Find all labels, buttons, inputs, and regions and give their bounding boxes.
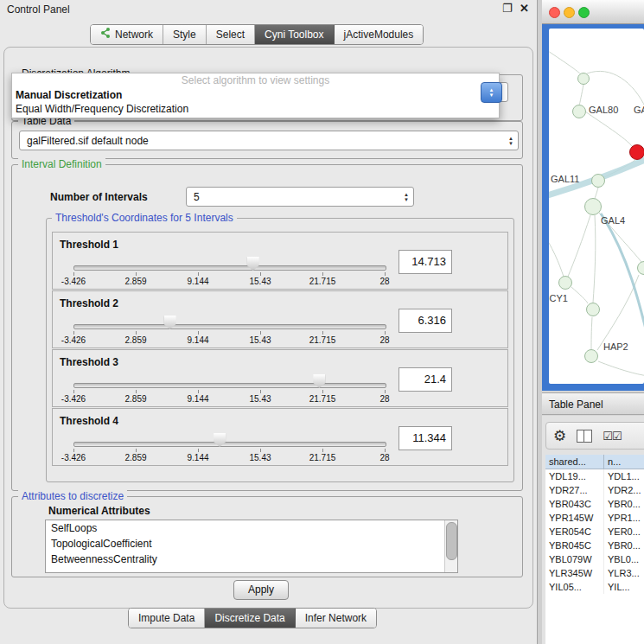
dock-icon[interactable]: ❐ [502,3,513,15]
cell-shared-name: YDR27... [545,483,604,497]
scale-label: 21.715 [302,453,343,462]
table-row[interactable]: YER054CYER0... [545,525,644,539]
slider-track[interactable] [73,324,386,329]
column-header-name[interactable]: n... [604,455,644,469]
scale-label: 9.144 [177,335,219,345]
tab-cyni-toolbox[interactable]: Cyni Toolbox [255,25,334,44]
slider-tick [73,272,74,276]
slider-track[interactable] [73,265,386,271]
node-label: GAL4 [601,215,625,226]
scale-label: -3.426 [53,277,94,286]
columns-icon[interactable] [577,430,592,443]
threshold-row: Threshold 2-3.4262.8599.14415.4321.71528… [52,290,508,348]
scale-label: 2.859 [115,394,156,404]
table-row[interactable]: YBR043CYBR0... [545,497,644,511]
network-node[interactable] [591,174,605,188]
slider-tick [260,390,261,393]
tab-impute-data[interactable]: Impute Data [129,609,205,628]
threshold-label: Threshold 2 [60,297,118,309]
slider-tick [260,272,261,276]
network-node[interactable] [586,303,600,316]
close-icon[interactable]: ✕ [520,3,529,15]
table-rows: YDL19...YDL1...YDR27...YDR2...YBR043CYBR… [545,469,644,594]
spinner-icon: ▲ ▼ [404,192,409,202]
scale-label: 28 [364,277,405,286]
list-item[interactable]: BetweennessCentrality [46,552,457,567]
popup-item-list: Manual DiscretizationEqual Width/Frequen… [12,88,499,116]
threshold-value[interactable]: 14.713 [399,250,452,274]
table-data-combo[interactable]: galFiltered.sif default node ▲ ▼ [19,131,519,150]
network-node[interactable] [577,73,590,85]
window-title: Control Panel [7,3,70,16]
threshold-value[interactable]: 11.344 [399,426,452,450]
tab-label: Discretize Data [214,609,284,628]
table-row[interactable]: YDR27...YDR2... [545,483,644,497]
select-columns-icon[interactable]: ☑☑ [603,430,621,442]
network-node[interactable] [558,276,572,290]
thresholds-group-label: Threshold's Coordinates for 5 Intervals [52,212,237,224]
popup-item[interactable]: Manual Discretization [12,88,499,102]
slider-tick [322,272,323,276]
combo-dropdown-button[interactable]: ▲ ▼ [481,82,502,103]
threshold-value[interactable]: 21.4 [399,367,452,392]
cell-name: YBR0... [604,497,644,511]
scrollbar-thumb[interactable] [446,522,457,560]
tab-discretize-data[interactable]: Discretize Data [205,609,295,628]
attributes-group-label: Attributes to discretize [18,490,127,502]
numerical-attributes-title: Numerical Attributes [48,505,150,517]
tab-label: Cyni Toolbox [265,25,323,44]
list-item[interactable]: SelfLoops [46,520,457,536]
network-graph-canvas[interactable]: GAL80GA...GAL11GAL4GCY1HAP2 [549,29,644,384]
network-view-window[interactable]: GAL80GA...GAL11GAL4GCY1HAP2 [542,0,644,391]
tab-style[interactable]: Style [163,25,207,44]
mac-zoom-button[interactable] [578,7,590,18]
slider-tick [322,331,323,335]
cell-name: YLR3... [604,566,644,580]
scale-label: 21.715 [302,394,343,404]
threshold-label: Threshold 3 [60,356,118,368]
list-scrollbar[interactable] [444,520,457,572]
right-column: GAL80GA...GAL11GAL4GCY1HAP2 Table Panel … [542,0,644,644]
num-intervals-combo[interactable]: 5 ▲ ▼ [186,187,414,207]
scale-label: -3.426 [53,335,94,345]
tab-select[interactable]: Select [207,25,255,44]
network-node[interactable] [629,144,644,160]
slider-tick [73,449,74,452]
network-node[interactable] [584,198,602,215]
popup-placeholder: Select algorithm to view settings [12,73,499,88]
scale-label: 21.715 [302,335,343,345]
slider-track[interactable] [73,442,386,447]
network-node[interactable] [572,105,586,118]
table-row[interactable]: YPR145WYPR1... [545,511,644,525]
bottom-tab-bar: Impute DataDiscretize DataInfer Network [128,608,377,628]
mac-minimize-button[interactable] [564,7,575,18]
gear-icon[interactable]: ⚙ [553,429,566,443]
network-node[interactable] [584,349,598,363]
table-row[interactable]: YBR045CYBR0... [545,539,644,552]
table-row[interactable]: YDL19...YDL1... [545,469,644,483]
tab-infer-network[interactable]: Infer Network [296,609,376,628]
apply-button[interactable]: Apply [233,580,289,600]
popup-item[interactable]: Equal Width/Frequency Discretization [12,102,499,116]
table-panel-title: Table Panel [549,399,603,411]
slider-tick [136,449,137,452]
list-item[interactable]: TopologicalCoefficient [46,536,457,552]
scale-label: 15.43 [239,277,281,286]
tab-network[interactable]: Network [91,25,163,44]
table-header-row: shared... n... [545,455,644,469]
tab-jactivemodules[interactable]: jActiveModules [335,25,424,44]
control-panel-window: Control Panel ❐ ✕ NetworkStyleSelectCyni… [0,0,538,644]
cell-shared-name: YBR043C [545,497,604,511]
table-row[interactable]: YBL079WYBL0... [545,552,644,566]
slider-tick [322,449,323,452]
threshold-label: Threshold 4 [60,415,118,427]
num-intervals-value: 5 [194,191,200,203]
slider-track[interactable] [73,383,386,388]
threshold-value[interactable]: 6.316 [399,309,452,333]
cell-shared-name: YDL19... [545,469,604,483]
table-data-combo-value: galFiltered.sif default node [27,135,149,147]
table-row[interactable]: YIL05...YIL... [545,580,644,594]
column-header-shared-name[interactable]: shared... [545,455,604,469]
mac-close-button[interactable] [549,7,560,18]
table-row[interactable]: YLR345WYLR3... [545,566,644,580]
